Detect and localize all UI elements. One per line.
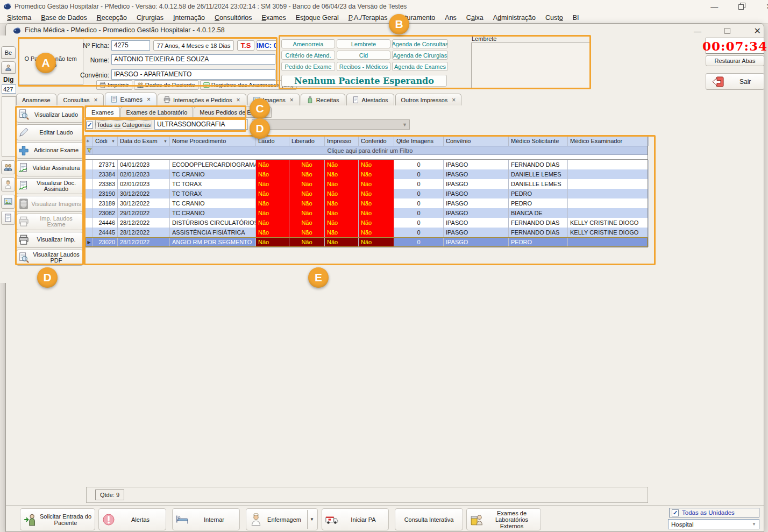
- column-header-data-do-exam[interactable]: Data do Exam▼: [118, 136, 170, 146]
- category-input[interactable]: ULTRASSONOGRAFIA: [154, 119, 248, 130]
- background-button-check[interactable]: [1, 211, 15, 225]
- menu-item-consultorios[interactable]: Consultórios: [210, 13, 257, 23]
- column-header-medico-solicitante[interactable]: Médico Solicitante: [509, 136, 568, 146]
- imc-button[interactable]: IMC: 0: [257, 40, 278, 51]
- menu-item-cirurgias[interactable]: Cirurgias: [132, 13, 168, 23]
- column-header-qtde-imagens[interactable]: Qtde Imagens: [394, 136, 444, 146]
- todas-unidades-checkbox[interactable]: ✓: [672, 509, 679, 516]
- subtab-exames[interactable]: Exames: [86, 107, 120, 118]
- table-row[interactable]: 2319030/12/2022TC TORAXNãoNãoNãoNão0IPAS…: [86, 189, 648, 198]
- quick-button-agenda-de-exames[interactable]: Agenda de Exames: [392, 62, 448, 71]
- menu-item-internacao[interactable]: Internação: [168, 13, 210, 23]
- category-combo-disabled[interactable]: ▼: [252, 119, 410, 130]
- close-icon[interactable]: ✕: [754, 26, 761, 36]
- convenio-input[interactable]: IPASGO - APARTAMENTO: [111, 69, 275, 80]
- menu-item-administracao[interactable]: Administração: [488, 13, 541, 23]
- close-tab-icon[interactable]: ×: [452, 96, 456, 104]
- ficha-number-input[interactable]: 4275: [111, 40, 150, 51]
- alertas-button[interactable]: Alertas: [98, 508, 166, 530]
- column-header-impresso[interactable]: Impresso: [325, 136, 359, 146]
- chevron-down-icon[interactable]: ▼: [307, 510, 314, 529]
- table-filter-row[interactable]: Clique aqui para definir um Filtro: [86, 146, 648, 155]
- internar-button[interactable]: Internar: [172, 508, 240, 530]
- close-tab-icon[interactable]: ×: [290, 96, 294, 104]
- visualizar-laudos-pdf-button[interactable]: Visualizar Laudos PDF: [16, 250, 83, 266]
- tab-internacoes-e-pedidos[interactable]: Internações e Pedidos×: [158, 94, 246, 105]
- imprimir-button[interactable]: Imprimir: [96, 80, 132, 90]
- quick-button-agenda-de-cirurgias[interactable]: Agenda de Cirurgias: [392, 51, 448, 60]
- unit-select[interactable]: Hospital ▼: [668, 519, 759, 529]
- quick-button-amenorreia[interactable]: Amenorreia: [281, 39, 335, 48]
- editar-laudo-button[interactable]: Editar Laudo: [16, 124, 83, 140]
- filter-hint[interactable]: Clique aqui para definir um Filtro: [93, 146, 648, 154]
- visualizar-imp-button[interactable]: Visualizar Imp.: [16, 232, 83, 248]
- quick-button-recibos-medicos[interactable]: Recibos - Médicos: [337, 62, 390, 71]
- iniciar-pa-button[interactable]: Iniciar PA: [322, 508, 389, 530]
- consulta-interativa-button[interactable]: Consulta Interativa: [395, 508, 463, 530]
- menu-item-recepcao[interactable]: Recepção: [92, 13, 132, 23]
- subtab-meus-pedidos-de-exame[interactable]: Meus Pedidos de Exame: [194, 107, 271, 118]
- close-tab-icon[interactable]: ×: [237, 96, 240, 104]
- background-ficha-input[interactable]: [2, 84, 16, 94]
- background-tab[interactable]: Be: [1, 46, 16, 59]
- background-button-blue[interactable]: [1, 195, 15, 209]
- table-row[interactable]: 2338402/01/2023TC CRANIONãoNãoNãoNão0IPA…: [86, 169, 648, 179]
- menu-item-p-a-terapias[interactable]: P.A./Terapias: [344, 13, 393, 23]
- subtab-exames-de-laboratorio[interactable]: Exames de Laboratório: [120, 107, 194, 118]
- table-row[interactable]: 2338302/01/2023TC TORAXNãoNãoNãoNão0IPAS…: [86, 179, 648, 189]
- tab-atestados[interactable]: Atestados: [346, 94, 394, 105]
- ts-button[interactable]: T.S: [237, 40, 254, 51]
- exames-de-laboratorios-externos-button[interactable]: Exames de Laboratórios Externos: [466, 508, 541, 530]
- visualizar-laudo-button[interactable]: Visualizar Laudo: [16, 107, 83, 123]
- close-icon[interactable]: ✕: [766, 2, 768, 11]
- menu-item-sistema[interactable]: Sistema: [2, 13, 36, 23]
- nome-input[interactable]: ANTONIO TEIXEIRA DE SOUZA: [111, 54, 275, 65]
- quick-button-agenda-de-consultas[interactable]: Agenda de Consultas: [392, 39, 448, 48]
- solicitar-entrada-do-paciente-button[interactable]: Solicitar Entrada do Paciente: [20, 508, 95, 530]
- quick-button-pedido-de-exame[interactable]: Pedido de Exame: [281, 62, 335, 71]
- menu-item-custo[interactable]: Custo: [541, 13, 568, 23]
- minimize-icon[interactable]: —: [694, 27, 701, 36]
- column-header-codi[interactable]: Códi▼: [93, 136, 118, 146]
- enfermagem-button[interactable]: Enfermagem▼: [246, 508, 318, 530]
- background-button-doctor[interactable]: [1, 178, 15, 191]
- sair-button[interactable]: Sair: [706, 73, 764, 90]
- tab-receitas[interactable]: Receitas: [301, 94, 345, 105]
- close-tab-icon[interactable]: ×: [94, 96, 98, 104]
- column-header-liberado[interactable]: Liberado: [289, 136, 325, 146]
- menu-item-exames[interactable]: Exames: [257, 13, 291, 23]
- menu-item-estoque-geral[interactable]: Estoque Geral: [291, 13, 344, 23]
- close-tab-icon[interactable]: ×: [147, 96, 151, 103]
- tab-exames[interactable]: Exames×: [105, 93, 157, 105]
- validar-assinatura-button[interactable]: Validar Assinatura: [16, 160, 83, 176]
- table-row[interactable]: 2737104/01/2023ECODOPPLERCARDIOGRAMANãoN…: [86, 160, 648, 169]
- restore-icon[interactable]: [738, 3, 745, 10]
- column-header-convenio[interactable]: Convênio: [444, 136, 509, 146]
- quick-button-criterio-de-atend[interactable]: Critério de Atend.: [281, 51, 335, 60]
- quick-button-lembrete[interactable]: Lembrete: [337, 39, 390, 48]
- lembrete-box[interactable]: [471, 42, 590, 89]
- column-header-laudo[interactable]: Laudo: [256, 136, 289, 146]
- menu-item-faturamento[interactable]: Faturamento: [392, 13, 440, 23]
- table-row[interactable]: 2308229/12/2022TC CRANIONãoNãoNãoNão0IPA…: [86, 208, 648, 218]
- sort-icon[interactable]: ▼: [111, 139, 115, 143]
- maximize-icon[interactable]: [724, 28, 730, 34]
- table-row[interactable]: 2444628/12/2022DISTÚRBIOS CIRCULATÓRIOSN…: [86, 218, 648, 228]
- tab-outros-impressos[interactable]: Outros Impressos×: [395, 94, 462, 105]
- todas-categorias-checkbox[interactable]: ✓: [86, 122, 93, 129]
- table-row[interactable]: 2444528/12/2022ASSISTÊNCIA FISIÁTRICANão…: [86, 228, 648, 237]
- visualizar-doc-assinado-button[interactable]: Visualizar Doc. Assinado: [16, 178, 83, 194]
- table-row[interactable]: ▶2302028/12/2022ANGIO RM POR SEGMENTONão…: [86, 237, 648, 247]
- minimize-icon[interactable]: —: [710, 2, 718, 11]
- dados-do-paciente-button[interactable]: Dados do Paciente: [134, 80, 198, 90]
- adicionar-exame-button[interactable]: Adicionar Exame: [16, 142, 83, 158]
- background-tab-icon[interactable]: [1, 61, 16, 74]
- menu-item-caixa[interactable]: Caixa: [461, 13, 488, 23]
- menu-item-ans[interactable]: Ans: [440, 13, 461, 23]
- quick-button-cid[interactable]: Cid: [337, 51, 390, 60]
- tab-anamnese[interactable]: Anamnese: [16, 94, 56, 105]
- background-button-people[interactable]: [1, 160, 15, 174]
- tab-consultas[interactable]: Consultas×: [58, 94, 104, 105]
- table-row[interactable]: 2318930/12/2022TC CRANIONãoNãoNãoNão0IPA…: [86, 198, 648, 208]
- background-listbox[interactable]: [2, 96, 16, 157]
